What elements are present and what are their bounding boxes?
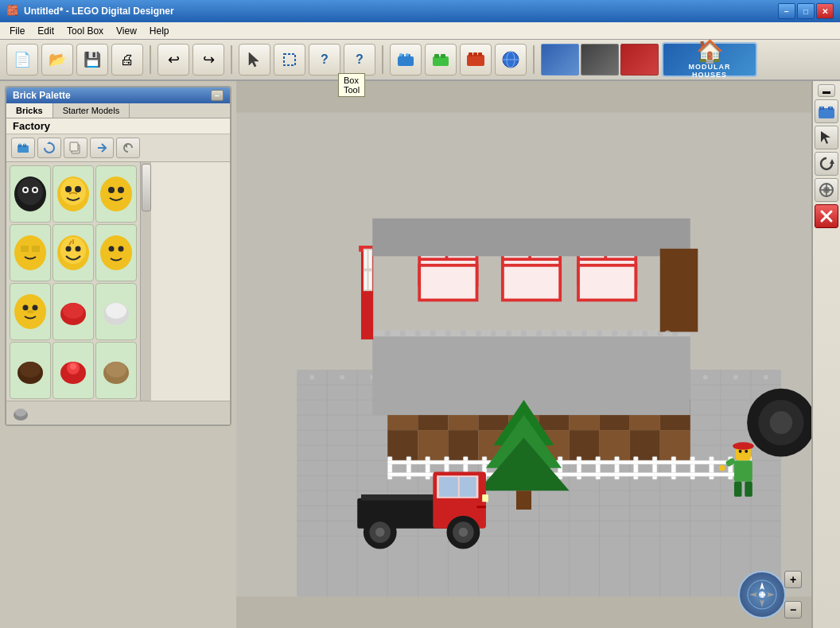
- svg-point-107: [733, 375, 738, 380]
- list-item[interactable]: [10, 224, 51, 281]
- palette-category: Factory: [6, 118, 230, 134]
- svg-rect-13: [478, 52, 482, 56]
- menu-help[interactable]: Help: [143, 24, 176, 38]
- theme-thumbnails: [541, 44, 659, 76]
- svg-point-257: [821, 107, 823, 109]
- tab-starter-models[interactable]: Starter Models: [53, 103, 130, 118]
- svg-marker-260: [830, 159, 834, 164]
- svg-marker-248: [760, 582, 764, 590]
- internet-button[interactable]: [495, 44, 527, 76]
- svg-point-64: [15, 409, 26, 417]
- toolbar-sep-4: [533, 45, 535, 74]
- palette-minimize[interactable]: −: [211, 90, 224, 101]
- palette-add-btn[interactable]: [11, 138, 35, 158]
- svg-marker-250: [749, 592, 757, 597]
- svg-point-6: [406, 53, 409, 56]
- palette-scrollbar[interactable]: [140, 162, 151, 401]
- lego-scene: [236, 81, 811, 628]
- minimize-button[interactable]: −: [778, 3, 795, 19]
- compass-control[interactable]: ✛: [738, 571, 786, 618]
- svg-point-31: [33, 188, 37, 192]
- brick-icon-button[interactable]: [815, 99, 838, 123]
- palette-rotate-btn[interactable]: [37, 138, 61, 158]
- maximize-button[interactable]: □: [797, 3, 815, 19]
- palette-scroll-thumb[interactable]: [142, 164, 151, 211]
- main-toolbar: 📄 📂 💾 🖨 ↩ ↪ Box Tool ? ? 🏠 MODULAR HOUSE…: [0, 40, 840, 81]
- list-item[interactable]: [52, 283, 94, 340]
- canvas-area[interactable]: ✛ + −: [236, 81, 811, 628]
- menu-toolbox[interactable]: Tool Box: [60, 24, 110, 38]
- svg-point-21: [24, 143, 25, 145]
- list-item[interactable]: [95, 165, 137, 223]
- list-item[interactable]: [52, 342, 94, 399]
- list-item[interactable]: [95, 283, 137, 340]
- help-button-1[interactable]: ?: [309, 44, 340, 76]
- list-item[interactable]: [10, 165, 51, 223]
- right-toolbar: ▬: [811, 81, 840, 628]
- delete-tool-button[interactable]: [815, 204, 838, 228]
- menu-file[interactable]: File: [3, 24, 31, 38]
- open-button[interactable]: 📂: [41, 44, 73, 76]
- list-item[interactable]: [52, 165, 94, 223]
- palette-copy-btn[interactable]: [64, 138, 88, 158]
- zoom-in-button[interactable]: +: [784, 571, 802, 588]
- svg-point-48: [119, 246, 124, 252]
- svg-rect-126: [600, 430, 630, 460]
- svg-point-143: [566, 331, 573, 337]
- svg-point-106: [703, 375, 708, 380]
- toolbar-sep-2: [231, 45, 232, 74]
- undo-button[interactable]: ↩: [158, 44, 189, 76]
- svg-rect-225: [734, 482, 742, 497]
- svg-point-142: [551, 331, 558, 337]
- palette-undo-btn[interactable]: [116, 138, 140, 158]
- svg-rect-8: [434, 54, 439, 58]
- list-item[interactable]: [95, 224, 137, 281]
- view-mode-button[interactable]: [425, 44, 457, 76]
- list-item[interactable]: [10, 342, 51, 399]
- svg-point-5: [399, 53, 402, 56]
- rotate-tool-button[interactable]: [815, 152, 838, 176]
- zoom-out-button[interactable]: −: [784, 601, 802, 618]
- svg-rect-41: [32, 246, 40, 252]
- right-minimize-button[interactable]: ▬: [818, 84, 835, 97]
- theme-label-line2: HOUSES: [692, 71, 727, 79]
- svg-rect-11: [469, 52, 472, 56]
- redo-button[interactable]: ↪: [192, 44, 224, 76]
- select-arrow-button[interactable]: [815, 126, 838, 149]
- save-button[interactable]: 💾: [76, 44, 108, 76]
- menu-view[interactable]: View: [110, 24, 143, 38]
- select-tool-button[interactable]: [239, 44, 270, 76]
- list-item[interactable]: [52, 224, 94, 281]
- theme-thumb-1[interactable]: [541, 44, 579, 76]
- theme-button[interactable]: [460, 44, 492, 76]
- svg-point-246: [664, 331, 671, 337]
- svg-point-131: [384, 331, 391, 337]
- list-item[interactable]: [95, 342, 137, 399]
- palette-flip-btn[interactable]: [90, 138, 114, 158]
- theme-thumb-3[interactable]: [620, 44, 659, 76]
- svg-rect-198: [387, 460, 751, 464]
- palette-title-bar: Brick Palette −: [6, 87, 230, 103]
- theme-thumb-2[interactable]: [581, 44, 619, 76]
- new-button[interactable]: 📄: [6, 44, 38, 76]
- svg-rect-156: [364, 271, 368, 289]
- svg-point-146: [612, 331, 618, 337]
- svg-rect-121: [448, 430, 478, 460]
- svg-marker-251: [767, 592, 775, 597]
- menu-edit[interactable]: Edit: [31, 24, 60, 38]
- svg-point-215: [459, 528, 468, 537]
- help-button-2[interactable]: ?: [344, 44, 375, 76]
- build-mode-button[interactable]: [390, 44, 422, 76]
- svg-rect-12: [473, 52, 477, 56]
- box-tool-button[interactable]: Box Tool: [274, 44, 305, 76]
- list-item[interactable]: [10, 283, 51, 340]
- svg-rect-10: [467, 55, 484, 66]
- svg-point-135: [445, 331, 452, 337]
- svg-point-238: [543, 331, 550, 337]
- svg-rect-209: [460, 477, 476, 497]
- tab-bricks[interactable]: Bricks: [6, 103, 53, 118]
- hinge-tool-button[interactable]: [815, 178, 838, 202]
- close-button[interactable]: ✕: [816, 3, 834, 19]
- print-button[interactable]: 🖨: [111, 44, 143, 76]
- svg-point-50: [23, 305, 29, 311]
